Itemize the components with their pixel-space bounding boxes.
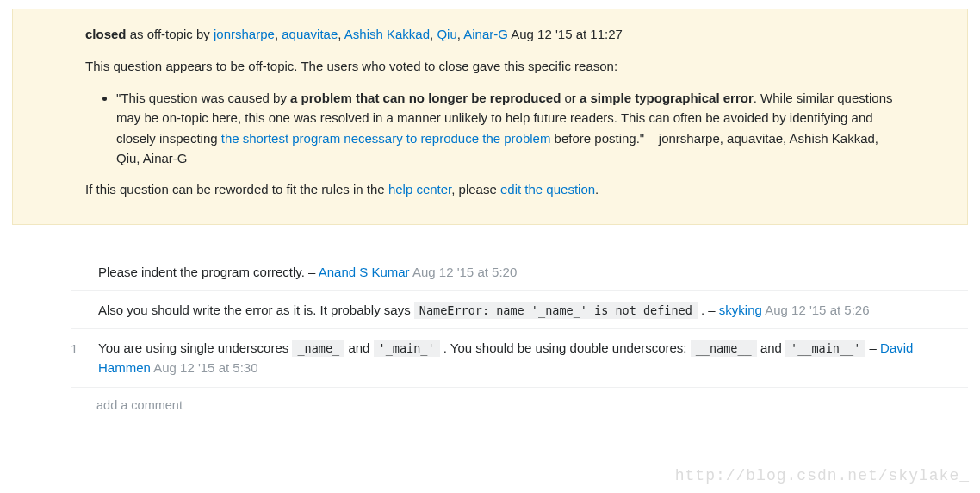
close-reason: "This question was caused by a problem t… <box>116 88 905 168</box>
inline-code: '__main__' <box>785 340 865 357</box>
close-intro: This question appears to be off-topic. T… <box>85 57 905 77</box>
comment-score <box>71 262 98 282</box>
watermark: http://blog.csdn.net/skylake_ <box>675 467 970 484</box>
comment-score: 1 <box>71 338 98 378</box>
comment-time: Aug 12 '15 at 5:26 <box>765 303 869 317</box>
comment-time: Aug 12 '15 at 5:30 <box>153 360 257 375</box>
comment-row: Also you should write the error as it is… <box>71 291 968 329</box>
comment-row: 1 You are using single underscores _name… <box>71 329 968 388</box>
closer-link-4[interactable]: Ainar-G <box>463 27 508 41</box>
closer-link-0[interactable]: jonrsharpe <box>214 27 275 41</box>
inline-code: '_main_' <box>374 340 440 357</box>
closer-link-3[interactable]: Qiu <box>437 27 456 41</box>
comment-author-link[interactable]: skyking <box>719 303 762 317</box>
comment-body: Please indent the program correctly. – A… <box>98 262 968 282</box>
help-center-link[interactable]: help center <box>388 182 451 197</box>
closed-header: closed as off-topic by jonrsharpe, aquav… <box>85 25 905 45</box>
comment-row: Please indent the program correctly. – A… <box>71 253 968 291</box>
closer-link-2[interactable]: Ashish Kakkad <box>344 27 430 41</box>
closer-link-1[interactable]: aquavitae <box>282 27 338 41</box>
comment-body: You are using single underscores _name_ … <box>98 338 968 378</box>
reword-hint: If this question can be reworded to fit … <box>85 180 905 200</box>
comment-author-link[interactable]: Anand S Kumar <box>319 265 410 279</box>
inline-code: __name__ <box>691 340 757 357</box>
closed-time: Aug 12 '15 at 11:27 <box>511 27 623 41</box>
comment-body: Also you should write the error as it is… <box>98 300 968 320</box>
comment-score <box>71 300 98 320</box>
comment-time: Aug 12 '15 at 5:20 <box>412 265 517 279</box>
mcve-link[interactable]: the shortest program necessary to reprod… <box>221 131 551 146</box>
inline-code: _name_ <box>292 340 344 357</box>
close-notice: closed as off-topic by jonrsharpe, aquav… <box>12 9 968 225</box>
edit-question-link[interactable]: edit the question <box>500 182 595 197</box>
comments-list: Please indent the program correctly. – A… <box>71 253 968 388</box>
add-comment-link[interactable]: add a comment <box>96 398 968 412</box>
inline-code: NameError: name '_name_' is not defined <box>414 302 698 319</box>
closed-label: closed <box>85 27 127 41</box>
